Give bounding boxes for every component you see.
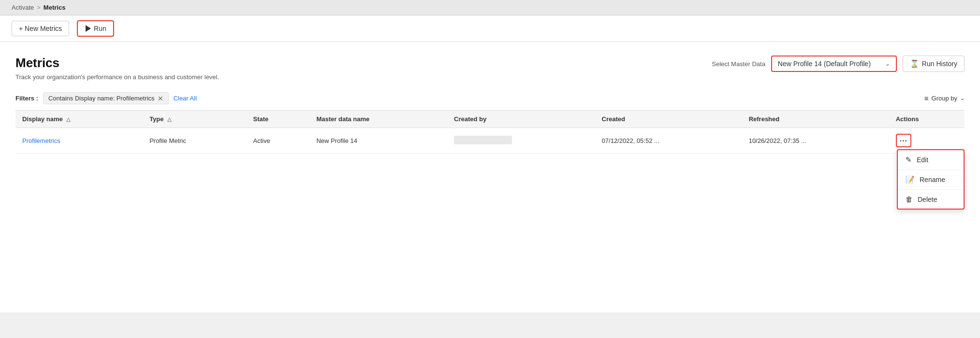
new-metrics-label: + New Metrics xyxy=(19,25,62,32)
filter-chip: Contains Display name: Profilemetrics ✕ xyxy=(43,92,169,104)
created-by-placeholder xyxy=(454,136,512,144)
display-name-filter-icon[interactable]: △ xyxy=(66,116,70,123)
cell-refreshed: 10/26/2022, 07:35 ... xyxy=(742,128,889,154)
col-created-by: Created by xyxy=(447,111,595,128)
edit-label: Edit xyxy=(917,156,928,164)
col-type: Type △ xyxy=(143,111,246,128)
filters-left: Filters : Contains Display name: Profile… xyxy=(15,92,197,104)
group-by-label: Group by xyxy=(932,95,957,102)
chevron-down-icon: ⌄ xyxy=(885,60,890,67)
group-by-icon: ≡ xyxy=(924,94,929,102)
run-history-button[interactable]: ⌛ Run History xyxy=(903,56,965,72)
main-content: Metrics Track your organization's perfor… xyxy=(0,42,980,312)
play-icon xyxy=(86,25,91,32)
master-data-value: New Profile 14 (Default Profile) xyxy=(778,60,881,68)
cell-master-data-name: New Profile 14 xyxy=(309,128,447,154)
col-refreshed: Refreshed xyxy=(742,111,889,128)
edit-menu-item[interactable]: ✎ Edit xyxy=(898,150,964,170)
master-data-dropdown[interactable]: New Profile 14 (Default Profile) ⌄ xyxy=(771,56,897,72)
new-metrics-button[interactable]: + New Metrics xyxy=(12,21,69,36)
table-body: Profilemetrics Profile Metric Active New… xyxy=(15,128,965,154)
col-actions: Actions xyxy=(889,111,965,128)
group-by-button[interactable]: ≡ Group by ⌄ xyxy=(924,94,965,102)
run-button[interactable]: Run xyxy=(77,20,114,37)
filter-chip-close-icon[interactable]: ✕ xyxy=(158,95,163,102)
rename-menu-item[interactable]: 📝 Rename xyxy=(898,170,964,190)
metrics-table-container: Display name △ Type △ State Master data … xyxy=(15,110,965,154)
cell-created: 07/12/2022, 05:52 ... xyxy=(595,128,742,154)
run-label: Run xyxy=(94,25,106,32)
col-created: Created xyxy=(595,111,742,128)
breadcrumb-parent[interactable]: Activate xyxy=(12,4,34,11)
select-master-label: Select Master Data xyxy=(712,60,765,68)
context-menu: ✎ Edit 📝 Rename 🗑 Delete xyxy=(897,149,965,210)
clear-all-button[interactable]: Clear All xyxy=(174,95,197,102)
col-state: State xyxy=(247,111,310,128)
page-title: Metrics xyxy=(15,56,219,70)
col-master-data-name: Master data name xyxy=(309,111,447,128)
delete-label: Delete xyxy=(918,196,937,203)
run-history-label: Run History xyxy=(922,60,957,68)
page-container: Activate > Metrics + New Metrics Run Met… xyxy=(0,0,980,338)
cell-actions: ⋯ ✎ Edit 📝 Rename xyxy=(889,128,965,154)
toolbar: + New Metrics Run xyxy=(0,15,980,42)
group-by-chevron-icon: ⌄ xyxy=(960,95,965,101)
type-filter-icon[interactable]: △ xyxy=(167,116,171,123)
edit-icon: ✎ xyxy=(906,155,912,164)
top-bar: Activate > Metrics xyxy=(0,0,980,15)
filter-chip-text: Contains Display name: Profilemetrics xyxy=(48,95,155,102)
page-header: Metrics Track your organization's perfor… xyxy=(15,56,965,81)
cell-created-by xyxy=(447,128,595,154)
breadcrumb: Activate > Metrics xyxy=(12,4,65,11)
metrics-table: Display name △ Type △ State Master data … xyxy=(15,111,965,154)
profilemetrics-link[interactable]: Profilemetrics xyxy=(22,137,60,144)
breadcrumb-current: Metrics xyxy=(44,4,66,11)
group-by-section: ≡ Group by ⌄ xyxy=(924,94,965,102)
table-row: Profilemetrics Profile Metric Active New… xyxy=(15,128,965,154)
cell-type: Profile Metric xyxy=(143,128,246,154)
filters-row: Filters : Contains Display name: Profile… xyxy=(15,92,965,104)
page-subtitle: Track your organization's performance on… xyxy=(15,73,219,81)
header-actions: Select Master Data New Profile 14 (Defau… xyxy=(712,56,965,72)
cell-display-name: Profilemetrics xyxy=(15,128,143,154)
cell-state: Active xyxy=(247,128,310,154)
page-title-section: Metrics Track your organization's perfor… xyxy=(15,56,219,81)
delete-icon: 🗑 xyxy=(906,195,913,203)
rename-icon: 📝 xyxy=(906,175,915,184)
delete-menu-item[interactable]: 🗑 Delete xyxy=(898,190,964,209)
col-display-name: Display name △ xyxy=(15,111,143,128)
table-header: Display name △ Type △ State Master data … xyxy=(15,111,965,128)
filters-label: Filters : xyxy=(15,95,38,102)
rename-label: Rename xyxy=(920,176,945,183)
breadcrumb-separator: > xyxy=(37,4,41,11)
clock-icon: ⌛ xyxy=(910,59,919,68)
more-actions-button[interactable]: ⋯ xyxy=(896,134,911,147)
